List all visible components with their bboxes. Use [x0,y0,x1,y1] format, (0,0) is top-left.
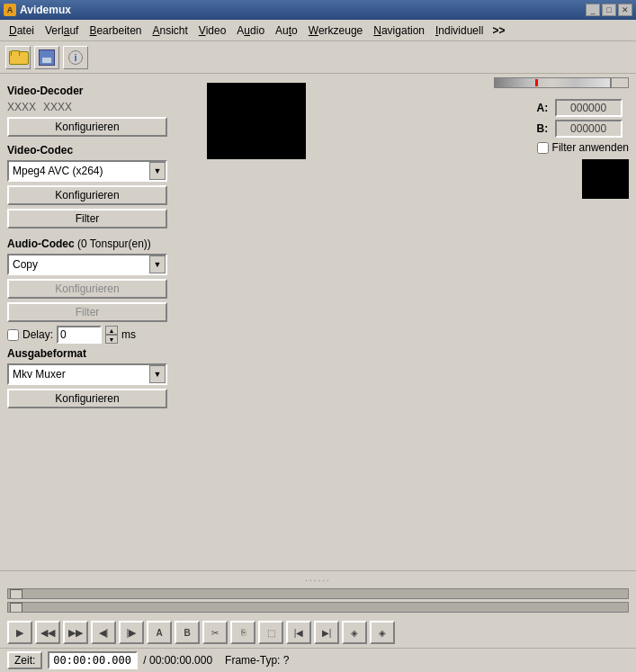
next-button[interactable]: ▶▶ [63,621,88,644]
menu-bar: Datei Verlauf Bearbeiten Ansicht Video A… [0,20,636,41]
video-codec-configure-button[interactable]: Konfigurieren [7,185,167,205]
save-icon [39,49,55,66]
step-back-button[interactable]: ◀| [91,621,116,644]
video-decoder-label: Video-Decoder [7,85,186,97]
video-codec-select[interactable]: Mpeg4 AVC (x264) Copy MPEG-2 [7,160,167,182]
cut-button[interactable]: ✂ [202,621,228,644]
position-slider-area [494,77,629,88]
goto-start-button[interactable]: |◀ [286,621,311,644]
maximize-button[interactable]: □ [602,4,616,16]
slider-red-mark [535,79,538,86]
frame-type-label: Frame-Typ: ? [225,654,289,667]
b-marker-row: B: 000000 [537,120,629,138]
menu-navigation[interactable]: Navigation [368,22,430,39]
a-label: A: [537,102,551,114]
output-format-select-wrapper: Mkv Muxer AVI Muxer MP4 Muxer ▼ [7,363,167,385]
menu-ansicht[interactable]: Ansicht [147,22,193,39]
timeline-handle-2[interactable] [10,603,22,613]
mini-preview [582,159,629,199]
delay-unit: ms [121,328,136,341]
open-button[interactable] [5,46,31,69]
timeline-handle-1[interactable] [10,589,22,599]
current-time-display: 00:00:00.000 [48,651,138,669]
menu-audio[interactable]: Audio [231,22,270,39]
output-format-select[interactable]: Mkv Muxer AVI Muxer MP4 Muxer [7,363,167,385]
save-button[interactable] [34,46,59,69]
delay-input[interactable] [57,326,102,344]
timeline-track-1[interactable] [7,588,629,599]
goto-end-button[interactable]: ▶| [314,621,339,644]
video-preview [207,83,306,159]
menu-individuell[interactable]: Individuell [430,22,488,39]
transport-controls: ▶ ◀◀ ▶▶ ◀| |▶ A B ✂ ⎘ ⬚ |◀ ▶| ◈ ◈ [0,617,636,648]
app-icon: A [4,4,16,16]
delay-label: Delay: [22,328,53,341]
prev-button[interactable]: ◀◀ [35,621,60,644]
filter-apply-checkbox[interactable] [537,142,549,154]
menu-more[interactable]: >> [488,22,508,39]
decoder-xxxx-row: XXXX XXXX [7,101,186,113]
filter-apply-row: Filter anwenden [537,141,629,154]
play-button[interactable]: ▶ [7,621,32,644]
ab-area: A: 000000 B: 000000 Filter anwenden [537,99,629,199]
audio-codec-section: Audio-Codec (0 Tonspur(en)) Copy MP3 AAC… [7,237,186,344]
delay-row: Delay: ▲ ▼ ms [7,326,186,344]
timeline-area [0,585,636,617]
frame-type-value: ? [283,654,290,667]
timeline-track-2[interactable] [7,602,629,613]
filter-apply-label: Filter anwenden [552,141,629,154]
delay-up-button[interactable]: ▲ [105,326,118,335]
audio-codec-select[interactable]: Copy MP3 AAC [7,254,167,275]
position-slider-track[interactable] [494,77,611,88]
minimize-button[interactable]: _ [586,4,600,16]
copy-button[interactable]: ⎘ [230,621,255,644]
info-button[interactable]: i [63,46,88,69]
audio-codec-select-wrapper: Copy MP3 AAC ▼ [7,254,167,275]
bottom-area: ...... ▶ ◀◀ ▶▶ ◀| |▶ A B ✂ ⎘ ⬚ |◀ ▶| ◈ ◈… [0,570,636,672]
menu-datei[interactable]: Datei [4,22,40,39]
step-fwd-button[interactable]: |▶ [119,621,144,644]
b-marker-button[interactable]: B [175,621,200,644]
delay-checkbox[interactable] [7,329,19,341]
info-icon: i [68,50,83,65]
toolbar: i [0,41,636,74]
menu-bearbeiten[interactable]: Bearbeiten [84,22,147,39]
slider-end [611,77,629,88]
video-codec-select-wrapper: Mpeg4 AVC (x264) Copy MPEG-2 ▼ [7,160,167,182]
time-total-display: / 00:00:00.000 [143,654,212,667]
output-format-label: Ausgabeformat [7,347,186,360]
bookmark1-button[interactable]: ◈ [342,621,367,644]
video-codec-filter-button[interactable]: Filter [7,209,167,228]
window-controls: _ □ ✕ [586,4,632,16]
delay-spinner: ▲ ▼ [105,326,118,344]
dots-separator: ...... [0,573,636,583]
video-decoder-configure-button[interactable]: Konfigurieren [7,117,167,137]
video-codec-label: Video-Codec [7,144,186,157]
folder-icon [9,50,27,65]
b-label: B: [537,122,551,135]
window-title: Avidemux [20,4,71,16]
close-button[interactable]: ✕ [618,4,632,16]
audio-codec-filter-button[interactable]: Filter [7,302,167,322]
delay-down-button[interactable]: ▼ [105,335,118,344]
menu-werkzeuge[interactable]: Werkzeuge [303,22,368,39]
paste-button[interactable]: ⬚ [258,621,283,644]
output-format-configure-button[interactable]: Konfigurieren [7,389,167,408]
title-bar: A Avidemux _ □ ✕ [0,0,636,20]
menu-auto[interactable]: Auto [270,22,303,39]
audio-codec-configure-button[interactable]: Konfigurieren [7,279,167,299]
menu-verlauf[interactable]: Verlauf [40,22,84,39]
b-value-input[interactable]: 000000 [555,120,623,138]
decoder-xxxx2: XXXX [43,101,72,113]
a-value-input[interactable]: 000000 [555,99,623,117]
a-marker-row: A: 000000 [537,99,629,117]
decoder-xxxx1: XXXX [7,101,36,113]
zeit-button[interactable]: Zeit: [7,651,42,669]
a-marker-button[interactable]: A [147,621,172,644]
time-status-row: Zeit: 00:00:00.000 / 00:00:00.000 Frame-… [0,648,636,672]
audio-codec-label: Audio-Codec (0 Tonspur(en)) [7,237,186,250]
menu-video[interactable]: Video [193,22,231,39]
bookmark2-button[interactable]: ◈ [370,621,395,644]
